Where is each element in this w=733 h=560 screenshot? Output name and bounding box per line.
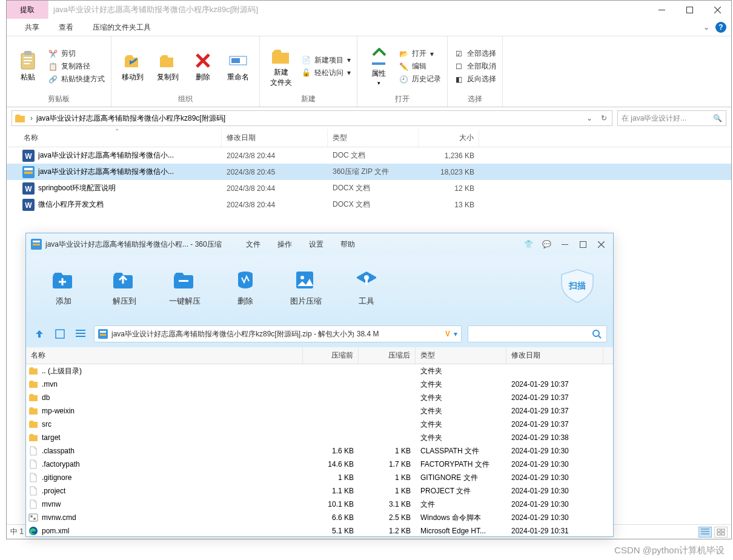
svg-rect-38	[365, 278, 368, 285]
zip-row[interactable]: .factorypath 14.6 KB 1.7 KB FACTORYPATH …	[26, 458, 613, 471]
zip-menu-settings[interactable]: 设置	[309, 239, 323, 250]
zip-up-button[interactable]	[32, 327, 47, 341]
group-new-label: 新建	[264, 94, 353, 105]
breadcrumb-item[interactable]: java毕业设计好志愿高考辅助报考微信小程序kz89c[附源码]	[35, 113, 227, 124]
zip-scan-button[interactable]: 扫描	[554, 267, 601, 305]
paste-button[interactable]: 粘贴	[10, 50, 45, 82]
zip-one-click-button[interactable]: 一键解压	[154, 269, 215, 307]
select-all-button[interactable]: ☑全部选择	[454, 48, 496, 59]
copy-to-button[interactable]: 复制到	[150, 50, 185, 82]
rename-button[interactable]: 重命名	[221, 50, 256, 82]
zip-path-input[interactable]: java毕业设计好志愿高考辅助报考微信小程序kz89c[附源码].zip - 解…	[94, 325, 462, 342]
file-row[interactable]: W 微信小程序开发文档 2024/3/8 20:44 DOCX 文档 13 KB	[7, 196, 731, 213]
chevron-down-icon[interactable]: ⌄	[703, 23, 709, 32]
details-view-button[interactable]	[698, 527, 712, 538]
zip-col-date[interactable]: 修改日期	[506, 347, 603, 364]
open-button[interactable]: 📂打开 ▾	[399, 48, 441, 59]
file-icon	[28, 419, 38, 429]
properties-button[interactable]: 属性▾	[361, 47, 396, 86]
chevron-right-icon[interactable]: ›	[28, 114, 35, 122]
invert-selection-button[interactable]: ◧反向选择	[454, 74, 496, 84]
zip-row[interactable]: mvnw 10.1 KB 3.1 KB 文件 2024-01-29 10:30	[26, 498, 613, 511]
zip-extract-to-button[interactable]: 解压到	[94, 269, 154, 307]
search-input[interactable]: 在 java毕业设计好... 🔍	[617, 110, 726, 126]
column-type[interactable]: 类型	[328, 129, 419, 147]
close-button[interactable]	[703, 1, 731, 19]
zip-search-input[interactable]	[468, 325, 607, 342]
file-row[interactable]: W java毕业设计好志愿高考辅助报考微信小... 2024/3/8 20:44…	[7, 147, 731, 164]
refresh-button[interactable]: ↻	[597, 112, 611, 125]
svg-rect-10	[272, 53, 289, 64]
edit-button[interactable]: ✏️编辑	[399, 61, 441, 72]
zip-col-pre[interactable]: 压缩前	[303, 347, 359, 364]
svg-rect-7	[160, 58, 173, 67]
zip-skin-icon[interactable]: 👕	[521, 238, 536, 251]
address-dropdown-button[interactable]: ⌄	[583, 112, 596, 125]
zip-add-button[interactable]: 添加	[33, 269, 94, 307]
new-folder-button[interactable]: 新建 文件夹	[264, 45, 299, 88]
file-row[interactable]: java毕业设计好志愿高考辅助报考微信小... 2024/3/8 20:45 3…	[7, 164, 731, 180]
zip-minimize-button[interactable]	[557, 238, 572, 251]
zip-feedback-icon[interactable]: 💬	[539, 238, 554, 251]
zip-row[interactable]: .classpath 1.6 KB 1 KB CLASSPATH 文件 2024…	[26, 444, 613, 458]
zip-view-mode-icon[interactable]	[53, 327, 67, 341]
zip-row[interactable]: mvnw.cmd 6.6 KB 2.5 KB Windows 命令脚本 2024…	[26, 511, 613, 524]
icons-view-button[interactable]	[714, 527, 728, 538]
zip-col-name[interactable]: 名称	[26, 347, 303, 364]
zip-row[interactable]: db 文件夹 2024-01-29 10:37	[26, 391, 613, 404]
zip-close-button[interactable]	[594, 238, 608, 251]
easy-access-button[interactable]: 🔓轻松访问 ▾	[301, 68, 351, 78]
copy-path-button[interactable]: 📋复制路径	[48, 61, 105, 72]
zip-row[interactable]: mp-weixin 文件夹 2024-01-29 10:37	[26, 404, 613, 418]
zip-row[interactable]: .. (上级目录) 文件夹	[26, 364, 613, 378]
zip-row[interactable]: target 文件夹 2024-01-29 10:38	[26, 431, 613, 444]
chevron-down-icon[interactable]: ▾	[454, 330, 457, 338]
tab-share[interactable]: 共享	[15, 19, 49, 36]
file-icon	[28, 433, 38, 442]
select-none-button[interactable]: ☐全部取消	[454, 61, 496, 72]
file-icon	[28, 513, 38, 522]
breadcrumb[interactable]: › java毕业设计好志愿高考辅助报考微信小程序kz89c[附源码] ⌄ ↻	[12, 110, 612, 126]
svg-rect-41	[100, 331, 106, 333]
file-list-header: ⌃ 名称 修改日期 类型 大小	[7, 129, 731, 147]
zip-menu-file[interactable]: 文件	[246, 239, 260, 250]
column-size[interactable]: 大小	[419, 129, 479, 147]
zip-col-post[interactable]: 压缩后	[359, 347, 416, 364]
size-after: 1 KB	[359, 447, 416, 455]
new-item-button[interactable]: 📄新建项目 ▾	[301, 55, 351, 65]
move-to-button[interactable]: 移动到	[115, 50, 150, 82]
svg-text:W: W	[25, 152, 32, 161]
file-type: CLASSPATH 文件	[416, 446, 506, 456]
column-date[interactable]: 修改日期	[222, 129, 328, 147]
zip-col-type[interactable]: 类型	[416, 347, 506, 364]
file-icon: W	[22, 182, 35, 195]
zip-list-icon[interactable]	[73, 327, 88, 341]
contextual-tab-extract[interactable]: 提取	[7, 1, 48, 19]
zip-row[interactable]: src 文件夹 2024-01-29 10:37	[26, 418, 613, 431]
zip-delete-button[interactable]: 删除	[215, 269, 276, 307]
zip-tools-button[interactable]: 工具	[336, 269, 397, 307]
zip-menu-help[interactable]: 帮助	[340, 239, 355, 250]
minimize-button[interactable]	[648, 1, 675, 19]
zip-maximize-button[interactable]	[575, 238, 590, 251]
tab-compressed-tools[interactable]: 压缩的文件夹工具	[83, 19, 161, 36]
zip-row[interactable]: .project 1.1 KB 1 KB PROJECT 文件 2024-01-…	[26, 484, 613, 498]
zip-row[interactable]: pom.xml 5.1 KB 1.2 KB Microsoft Edge HT.…	[26, 524, 613, 536]
zip-row[interactable]: .mvn 文件夹 2024-01-29 10:37	[26, 378, 613, 391]
cut-button[interactable]: ✂️剪切	[48, 48, 105, 59]
zip-menu-operate[interactable]: 操作	[277, 239, 292, 250]
zip-image-compress-button[interactable]: 图片压缩	[276, 269, 336, 307]
history-button[interactable]: 🕘历史记录	[399, 74, 441, 84]
help-icon[interactable]: ?	[715, 22, 726, 33]
maximize-button[interactable]	[675, 1, 703, 19]
file-icon	[28, 526, 38, 536]
zip-row[interactable]: .gitignore 1 KB 1 KB GITIGNORE 文件 2024-0…	[26, 471, 613, 484]
group-open-label: 打开	[361, 94, 443, 105]
paste-shortcut-button[interactable]: 🔗粘贴快捷方式	[48, 74, 105, 84]
tab-view[interactable]: 查看	[49, 19, 83, 36]
file-name: .factorypath	[42, 460, 303, 468]
file-size: 1,236 KB	[419, 152, 474, 160]
file-row[interactable]: W springboot环境配置说明 2024/3/8 20:44 DOCX 文…	[7, 180, 731, 196]
delete-button[interactable]: 删除	[185, 50, 221, 82]
file-name: 微信小程序开发文档	[38, 199, 222, 210]
